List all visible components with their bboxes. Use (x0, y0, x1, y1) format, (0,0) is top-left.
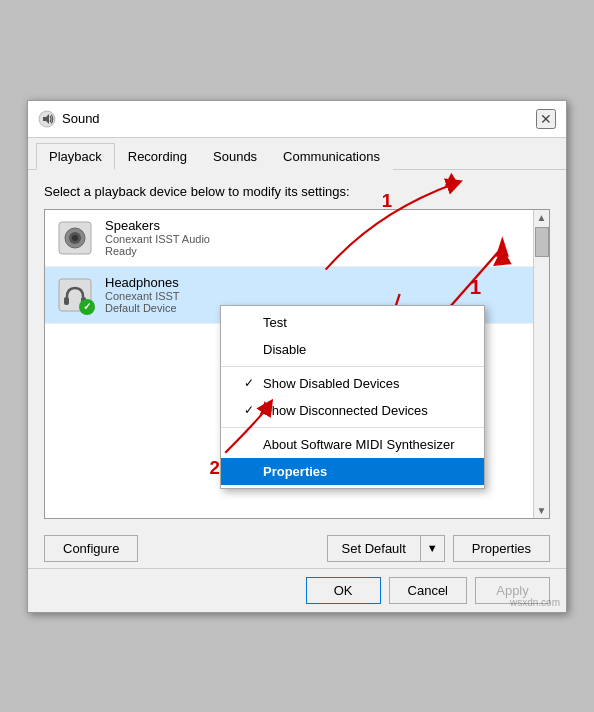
device-list: Speakers Conexant ISST Audio Ready (44, 209, 550, 519)
device-item-speakers[interactable]: Speakers Conexant ISST Audio Ready (45, 210, 533, 267)
tab-playback[interactable]: Playback (36, 143, 115, 170)
sound-dialog: Sound ✕ Playback Recording Sounds Commun… (27, 100, 567, 613)
menu-item-show-disconnected[interactable]: ✓ Show Disconnected Devices (221, 397, 484, 424)
set-default-dropdown[interactable]: ▼ (420, 535, 445, 562)
svg-rect-7 (64, 297, 69, 305)
dialog-icon (38, 110, 56, 128)
configure-button[interactable]: Configure (44, 535, 138, 562)
menu-separator-1 (221, 366, 484, 367)
tab-communications[interactable]: Communications (270, 143, 393, 170)
tab-recording[interactable]: Recording (115, 143, 200, 170)
speaker-device-icon (55, 218, 95, 258)
headphones-device-icon (55, 275, 95, 315)
menu-item-properties[interactable]: Properties (221, 458, 484, 485)
menu-item-disable[interactable]: Disable (221, 336, 484, 363)
context-menu: Test Disable ✓ Show Disabled Devices ✓ S… (220, 305, 485, 489)
tabs-bar: Playback Recording Sounds Communications (28, 138, 566, 170)
ok-button[interactable]: OK (306, 577, 381, 604)
instruction-text: Select a playback device below to modify… (44, 184, 550, 199)
menu-item-about-midi[interactable]: About Software MIDI Synthesizer (221, 431, 484, 458)
device-status-speakers: Ready (105, 245, 523, 257)
cancel-button[interactable]: Cancel (389, 577, 467, 604)
title-bar-left: Sound (38, 110, 100, 128)
title-bar: Sound ✕ (28, 101, 566, 138)
scrollbar-track[interactable]: ▲ ▼ (533, 210, 549, 518)
watermark: wsxdn.com (510, 597, 560, 608)
device-info-speakers: Speakers Conexant ISST Audio Ready (105, 218, 523, 257)
menu-item-test[interactable]: Test (221, 309, 484, 336)
dialog-title: Sound (62, 111, 100, 126)
set-default-button[interactable]: Set Default (327, 535, 420, 562)
svg-point-5 (72, 235, 78, 241)
device-driver-speakers: Conexant ISST Audio (105, 233, 523, 245)
action-bar: Configure Set Default ▼ Properties (28, 529, 566, 568)
device-driver-headphones: Conexant ISST (105, 290, 523, 302)
set-default-group: Set Default ▼ (327, 535, 445, 562)
properties-button[interactable]: Properties (453, 535, 550, 562)
menu-separator-2 (221, 427, 484, 428)
device-name-headphones: Headphones (105, 275, 523, 290)
tab-sounds[interactable]: Sounds (200, 143, 270, 170)
device-name-speakers: Speakers (105, 218, 523, 233)
dialog-buttons: OK Cancel Apply (28, 569, 566, 612)
menu-item-show-disabled[interactable]: ✓ Show Disabled Devices (221, 370, 484, 397)
scrollbar-thumb[interactable] (535, 227, 549, 257)
close-button[interactable]: ✕ (536, 109, 556, 129)
content-area: Select a playback device below to modify… (28, 170, 566, 529)
default-badge (79, 299, 95, 315)
